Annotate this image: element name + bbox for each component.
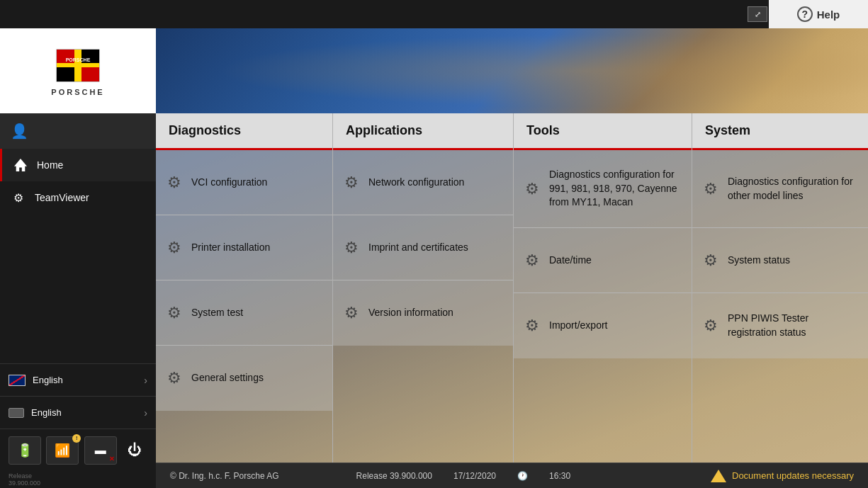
system-status-icon: ⚙ <box>704 251 718 270</box>
chevron-right-icon-1: › <box>144 375 147 386</box>
applications-header: Applications <box>333 113 513 150</box>
teamviewer-icon: ⚙ <box>11 190 26 205</box>
help-label: Help <box>817 8 840 21</box>
menu-section: Diagnostics ⚙ VCI configuration ⚙ Printe… <box>156 113 868 463</box>
usb-icon: ▬ <box>95 444 106 457</box>
wifi-badge: ! <box>72 434 81 443</box>
header-image <box>156 28 868 113</box>
help-button[interactable]: ? Help <box>769 0 868 28</box>
language-label-2: English <box>31 407 62 418</box>
home-label: Home <box>37 159 63 171</box>
import-export-item[interactable]: ⚙ Import/export <box>514 293 692 358</box>
applications-column: Applications ⚙ Network configuration ⚙ I… <box>333 113 514 463</box>
diag-config-991-icon: ⚙ <box>525 180 539 198</box>
system-test-label: System test <box>191 306 243 320</box>
system-test-item[interactable]: ⚙ System test <box>156 280 332 346</box>
tools-header: Tools <box>514 113 692 150</box>
import-export-label: Import/export <box>549 319 607 333</box>
svg-text:PORSCHE: PORSCHE <box>66 57 91 62</box>
system-header: System <box>692 113 868 150</box>
svg-rect-7 <box>57 63 99 67</box>
app-container: ⤢ ✕ ? Help PORSCHE <box>0 0 868 488</box>
import-export-icon: ⚙ <box>525 317 539 335</box>
teamviewer-label: TeamViewer <box>35 192 89 203</box>
usb-button[interactable]: ▬ ✕ <box>84 436 117 465</box>
imprint-certs-icon: ⚙ <box>344 239 359 257</box>
footer-time: 16:30 <box>549 471 570 481</box>
general-settings-item[interactable]: ⚙ General settings <box>156 346 332 411</box>
vci-config-label: VCI configuration <box>191 176 267 190</box>
help-circle-icon: ? <box>797 6 813 22</box>
ppn-piwis-item[interactable]: ⚙ PPN PIWIS Tester registration status <box>692 293 868 358</box>
usb-x-icon: ✕ <box>109 455 115 463</box>
diag-config-991-item[interactable]: ⚙ Diagnostics configuration for 991, 981… <box>514 150 692 228</box>
sidebar: PORSCHE PORSCHE 👤 Home ⚙ <box>0 28 156 488</box>
system-column: System ⚙ Diagnostics configuration for o… <box>692 113 868 463</box>
warning-text: Document updates necessary <box>732 470 854 481</box>
footer-warning: Document updates necessary <box>711 470 854 482</box>
imprint-certs-item[interactable]: ⚙ Imprint and certificates <box>333 215 513 280</box>
diagnostics-column: Diagnostics ⚙ VCI configuration ⚙ Printe… <box>156 113 333 463</box>
language-item-flag[interactable]: English › <box>0 363 156 396</box>
top-bar: ⤢ ✕ ? Help <box>0 0 868 28</box>
wifi-button[interactable]: 📶 ! <box>46 436 79 465</box>
lang-left-2: English <box>9 407 62 418</box>
wifi-icon: 📶 <box>55 443 70 458</box>
footer-date: 17/12/2020 <box>453 471 496 481</box>
sidebar-nav: Home ⚙ TeamViewer <box>0 149 156 363</box>
footer: © Dr. Ing. h.c. F. Porsche AG Release 39… <box>156 463 868 488</box>
power-button[interactable]: ⏻ <box>122 438 147 463</box>
porsche-crest-icon: PORSCHE <box>53 46 103 85</box>
warning-triangle-icon <box>711 470 726 482</box>
datetime-label: Date/time <box>549 254 592 268</box>
expand-icon[interactable]: ⤢ <box>748 6 767 22</box>
diag-config-other-icon: ⚙ <box>704 180 718 198</box>
vci-config-item[interactable]: ⚙ VCI configuration <box>156 150 332 215</box>
chevron-right-icon-2: › <box>144 407 147 419</box>
datetime-icon: ⚙ <box>525 251 539 270</box>
sidebar-item-teamviewer[interactable]: ⚙ TeamViewer <box>0 181 156 214</box>
content-right: Diagnostics ⚙ VCI configuration ⚙ Printe… <box>156 28 868 488</box>
network-config-item[interactable]: ⚙ Network configuration <box>333 150 513 215</box>
diag-config-other-label: Diagnostics configuration for other mode… <box>728 175 857 203</box>
footer-center: Release 39.900.000 17/12/2020 🕐 16:30 <box>356 471 571 481</box>
battery-icon: 🔋 <box>17 443 33 458</box>
system-status-item[interactable]: ⚙ System status <box>692 228 868 293</box>
ppn-piwis-icon: ⚙ <box>704 317 718 335</box>
system-status-label: System status <box>728 254 790 268</box>
home-icon <box>13 157 28 173</box>
sidebar-bottom: English › English › <box>0 363 156 429</box>
version-info-icon: ⚙ <box>344 304 359 322</box>
general-settings-icon: ⚙ <box>167 369 181 387</box>
printer-install-item[interactable]: ⚙ Printer installation <box>156 215 332 280</box>
menu-grid: Diagnostics ⚙ VCI configuration ⚙ Printe… <box>156 113 868 463</box>
network-config-icon: ⚙ <box>344 174 359 192</box>
battery-button[interactable]: 🔋 <box>9 436 41 465</box>
user-icon: 👤 <box>11 123 28 140</box>
version-info-label: Version information <box>368 306 453 320</box>
keyboard-icon <box>9 408 24 418</box>
language-label-1: English <box>33 375 63 385</box>
system-test-icon: ⚙ <box>167 304 181 322</box>
sidebar-logo: PORSCHE PORSCHE <box>0 28 156 113</box>
printer-install-label: Printer installation <box>191 241 270 255</box>
language-item-keyboard[interactable]: English › <box>0 396 156 429</box>
version-info-item[interactable]: ⚙ Version information <box>333 280 513 346</box>
imprint-certs-label: Imprint and certificates <box>368 241 468 255</box>
network-config-label: Network configuration <box>368 176 464 190</box>
lang-left-1: English <box>9 375 63 386</box>
clock-icon: 🕐 <box>517 471 528 481</box>
user-row: 👤 <box>0 113 156 149</box>
main-area: PORSCHE PORSCHE 👤 Home ⚙ <box>0 28 868 488</box>
datetime-item[interactable]: ⚙ Date/time <box>514 228 692 293</box>
general-settings-label: General settings <box>191 371 264 385</box>
footer-release: Release 39.900.000 <box>356 471 432 481</box>
diag-config-other-item[interactable]: ⚙ Diagnostics configuration for other mo… <box>692 150 868 228</box>
vci-config-icon: ⚙ <box>167 174 181 192</box>
footer-copyright: © Dr. Ing. h.c. F. Porsche AG <box>170 471 279 481</box>
sidebar-item-home[interactable]: Home <box>0 149 156 181</box>
printer-install-icon: ⚙ <box>167 239 181 257</box>
diagnostics-header: Diagnostics <box>156 113 332 150</box>
sidebar-version: Release 39.900.000 <box>0 471 156 488</box>
ppn-piwis-label: PPN PIWIS Tester registration status <box>728 312 857 339</box>
